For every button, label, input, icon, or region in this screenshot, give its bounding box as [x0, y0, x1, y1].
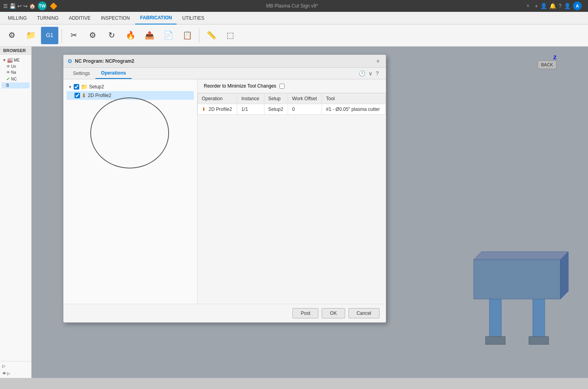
op-name: 2D Profile2: [208, 107, 232, 112]
col-tool: Tool: [322, 94, 386, 104]
copy-icon: 📋: [182, 30, 192, 40]
tree-collapse-icon: ▼: [68, 85, 72, 89]
tree-item-label: ME: [14, 58, 20, 62]
toolbar-btn-8[interactable]: 📄: [160, 27, 177, 44]
tree-eye-icon-3: 👁: [2, 371, 6, 376]
dialog-help-icon[interactable]: ?: [376, 70, 379, 77]
reorder-checkbox[interactable]: [279, 84, 285, 89]
dialog-titlebar: ⚙ NC Program: NCProgram2 ×: [63, 55, 386, 68]
row-work-offset: 0: [288, 104, 322, 115]
browser-tree: ▼ 🏭 ME 👁 Un 👁 Na ✓ NC B: [0, 55, 31, 361]
dialog-footer: Post OK Cancel: [63, 304, 386, 322]
home-icon[interactable]: 🏠: [29, 3, 35, 9]
window-close-icon[interactable]: ×: [527, 3, 529, 9]
browser-title: BROWSER: [0, 47, 31, 55]
measure-icon: 📏: [207, 30, 216, 40]
toolbar: ⚙ 📁 G1 ✂ ⚙ ↻ 🔥 📤 📄 📋 📏 ⬚: [0, 24, 588, 47]
tab-utilities[interactable]: UTILITIES: [177, 12, 209, 24]
tree-item-arrow-2[interactable]: 👁 ▷: [2, 370, 30, 376]
toolbar-separator-1: [61, 28, 62, 43]
tab-turning[interactable]: TURNING: [32, 12, 63, 24]
op-icon: ⬇: [202, 107, 206, 112]
profile2-label: 2D Profile2: [88, 93, 111, 98]
tree-item-label-na: Na: [11, 70, 16, 75]
viewport: Z BACK: [32, 47, 588, 378]
user-profile-icon[interactable]: 👤: [564, 3, 571, 9]
tree-item-label-b: B: [6, 83, 9, 88]
top-bar-icons: ☰ 💾 ↩ ↪ 🏠: [3, 3, 35, 9]
toolbar-btn-select[interactable]: ⬚: [221, 27, 239, 44]
add-tab-icon[interactable]: +: [535, 3, 538, 9]
flame-icon: 🔥: [126, 30, 136, 40]
tree-item-nc[interactable]: ✓ NC: [2, 75, 30, 82]
cancel-button[interactable]: Cancel: [348, 308, 380, 318]
dialog-tab-settings[interactable]: Settings: [67, 68, 95, 79]
tree-item-un[interactable]: 👁 Un: [2, 64, 30, 69]
post-button[interactable]: Post: [292, 308, 318, 318]
ok-button[interactable]: OK: [322, 308, 345, 318]
top-bar: ☰ 💾 ↩ ↪ 🏠 TW 🔶 MB Plasma Cut Sign v9* × …: [0, 0, 588, 12]
tree-expand-icon: ▼: [2, 58, 6, 62]
help-icon[interactable]: ?: [558, 3, 562, 9]
tree-eye-icon: 👁: [6, 64, 10, 69]
redo-icon[interactable]: ↪: [23, 3, 28, 9]
col-work-offset: Work Offset: [288, 94, 322, 104]
dialog-clock-icon[interactable]: 🕐: [359, 70, 365, 77]
cut-icon: ✂: [71, 30, 77, 40]
toolbar-btn-measure[interactable]: 📏: [203, 27, 220, 44]
tab-additive[interactable]: ADDITIVE: [64, 12, 95, 24]
dialog-tab-operations[interactable]: Operations: [95, 68, 131, 79]
toolbar-btn-6[interactable]: 🔥: [122, 27, 139, 44]
tree-item-na[interactable]: 👁 Na: [2, 69, 30, 75]
toolbar-btn-g1[interactable]: G1: [41, 27, 58, 44]
toolbar-btn-4[interactable]: ⚙: [84, 27, 101, 44]
tree-item-label-nc: NC: [11, 77, 17, 81]
dialog-tabs: Settings Operations 🕐 ∨ ?: [63, 68, 386, 79]
toolbar-btn-1[interactable]: ⚙: [3, 27, 20, 44]
post-icon: 📤: [145, 30, 154, 40]
toolbar-btn-7[interactable]: 📤: [141, 27, 158, 44]
setup2-checkbox[interactable]: [74, 84, 79, 90]
tree-item-b[interactable]: B: [2, 82, 30, 88]
toolbar-btn-3[interactable]: ✂: [65, 27, 82, 44]
tree-item-arrow-1[interactable]: ▷: [2, 363, 30, 369]
col-setup: Setup: [264, 94, 288, 104]
dialog-close-button[interactable]: ×: [374, 57, 382, 65]
user-badge: A: [573, 2, 582, 10]
undo-icon[interactable]: ↩: [17, 3, 22, 9]
dialog-right-panel: Reorder to Minimize Tool Changes Operati…: [197, 79, 386, 304]
table-row[interactable]: ⬇ 2D Profile2 1/1 Setup2 0 #1 - Ø0.05" p…: [198, 104, 386, 115]
main-layout: BROWSER ▼ 🏭 ME 👁 Un 👁 Na ✓ NC B: [0, 47, 588, 378]
dialog-left-panel: ▼ 📁 Setup2 ⬇ 2D Profile2: [63, 79, 197, 304]
bell-icon[interactable]: 🔔: [549, 3, 556, 9]
dialog-title-icon: ⚙: [67, 58, 73, 64]
dialog: ⚙ NC Program: NCProgram2 × Settings Oper…: [63, 54, 386, 323]
tab-milling[interactable]: MILLING: [3, 12, 32, 24]
toolbar-btn-5[interactable]: ↻: [103, 27, 120, 44]
tree-item-label-2: ▷: [7, 371, 10, 376]
row-setup: Setup2: [264, 104, 288, 115]
row-operation: ⬇ 2D Profile2: [198, 104, 237, 115]
dialog-tree-item-setup2[interactable]: ▼ 📁 Setup2: [67, 82, 194, 91]
tab-inspection[interactable]: INSPECTION: [96, 12, 134, 24]
toolbar-btn-2[interactable]: 📁: [22, 27, 39, 44]
g1-icon: G1: [46, 32, 54, 38]
profile2-checkbox[interactable]: [74, 93, 80, 98]
tree-eye-icon-2: 👁: [6, 70, 10, 75]
profile2-op-icon: ⬇: [82, 92, 86, 99]
dialog-content: ▼ 📁 Setup2 ⬇ 2D Profile2: [63, 79, 386, 304]
account-icon[interactable]: 👤: [540, 3, 547, 9]
user-avatar: TW: [38, 2, 47, 10]
setup2-folder-icon: 📁: [81, 84, 87, 90]
dialog-tree-item-2dprofile2[interactable]: ⬇ 2D Profile2: [67, 91, 194, 100]
reorder-label: Reorder to Minimize Tool Changes: [204, 83, 276, 89]
save-icon[interactable]: 💾: [9, 3, 16, 9]
toolbar-btn-9[interactable]: 📋: [179, 27, 196, 44]
menu-icon[interactable]: ☰: [3, 3, 8, 9]
document-icon: 📄: [164, 30, 173, 40]
tab-fabrication[interactable]: FABRICATION: [135, 12, 177, 24]
col-instance: Instance: [237, 94, 264, 104]
dialog-expand-icon[interactable]: ∨: [368, 70, 372, 77]
folder-icon: 📁: [26, 30, 36, 40]
tree-item-manufacture[interactable]: ▼ 🏭 ME: [2, 56, 30, 64]
